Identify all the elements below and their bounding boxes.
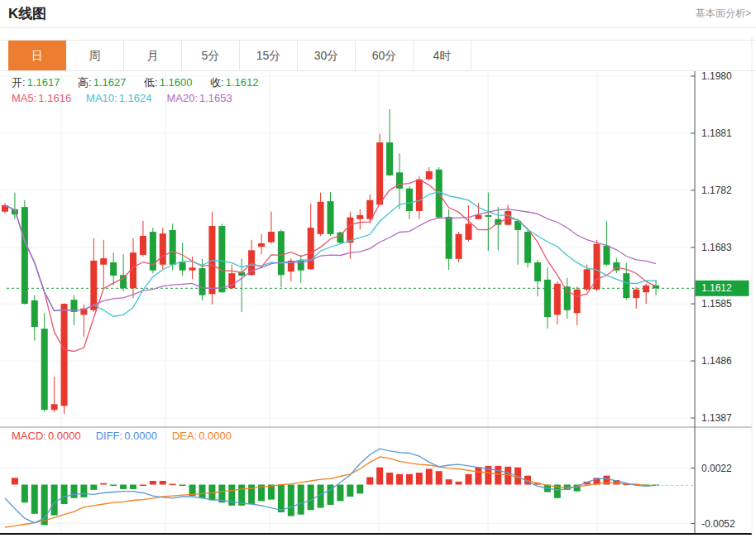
candle-body	[61, 304, 68, 406]
candle-body	[140, 236, 146, 255]
axis-label: 1.1585	[701, 298, 732, 310]
candle-body	[170, 230, 176, 265]
macd-bar	[436, 471, 443, 484]
candle-body	[179, 262, 186, 271]
candle-body	[356, 215, 363, 219]
candle-body	[100, 258, 107, 265]
macd-bar	[160, 481, 166, 485]
macd-bar	[475, 468, 481, 485]
macd-bar	[51, 485, 58, 516]
macd-bar	[495, 466, 501, 485]
candle-body	[376, 142, 383, 204]
candle-body	[554, 284, 561, 315]
candle-body	[406, 189, 413, 211]
macd-bar	[268, 485, 275, 500]
macd-bar	[90, 485, 97, 490]
macd-bar	[416, 473, 423, 484]
macd-bar	[70, 485, 77, 498]
axis-label: -0.0052	[701, 518, 735, 530]
macd-bar	[140, 485, 146, 487]
candle-body	[416, 180, 423, 211]
candle-body	[446, 217, 452, 259]
axis-label: 1.1387	[701, 412, 732, 424]
axis-label: 1.1980	[701, 70, 732, 82]
candle-body	[41, 329, 48, 410]
candle-body	[574, 290, 581, 314]
macd-bar	[347, 485, 353, 497]
candle-body	[426, 171, 433, 180]
macd-bar	[366, 477, 373, 484]
macd-bar	[22, 485, 28, 503]
macd-bar	[396, 474, 403, 485]
macd-bar	[446, 479, 452, 484]
candle-body	[328, 201, 334, 234]
macd-bar	[120, 485, 127, 489]
candle-body	[485, 215, 491, 217]
kline-chart[interactable]: 1.19801.18811.17821.16831.15851.14861.13…	[0, 0, 756, 538]
candle-body	[120, 275, 127, 288]
candle-body	[584, 269, 591, 289]
macd-bar	[456, 482, 462, 485]
macd-bar	[356, 485, 363, 494]
candle-body	[189, 267, 196, 270]
macd-bar	[150, 481, 156, 485]
candle-body	[337, 233, 343, 243]
candle-body	[347, 218, 353, 243]
candle-body	[544, 280, 551, 317]
candle-body	[633, 290, 639, 298]
macd-bar	[31, 485, 38, 514]
macd-bar	[199, 485, 206, 498]
candle-body	[465, 223, 471, 240]
candle-body	[524, 232, 531, 263]
candle-body	[278, 231, 285, 275]
kline-widget: K线图 基本面分析> 日周月5分15分30分60分4时 1.19801.1881…	[0, 0, 756, 538]
candle-body	[218, 226, 225, 292]
candle-body	[623, 273, 629, 298]
candle-body	[603, 246, 610, 265]
candle-body	[268, 232, 275, 243]
candle-body	[110, 262, 117, 276]
candle-body	[366, 200, 373, 219]
axis-label: 1.1683	[701, 242, 732, 253]
candle-body	[386, 142, 393, 175]
candle-body	[534, 262, 541, 281]
candle-body	[22, 207, 28, 304]
macd-bar	[406, 474, 413, 485]
axis-label: 1.1486	[701, 355, 732, 367]
macd-bar	[308, 485, 314, 511]
candle-body	[318, 202, 324, 234]
candle-body	[475, 215, 481, 219]
candle-body	[258, 243, 265, 247]
macd-bar	[298, 485, 304, 515]
macd-bar	[426, 468, 433, 484]
candle-body	[51, 404, 58, 410]
candle-body	[31, 300, 38, 327]
macd-bar	[80, 485, 87, 497]
macd-bar	[288, 485, 294, 516]
macd-bar	[130, 485, 136, 489]
candle-body	[90, 261, 97, 310]
macd-bar	[386, 473, 393, 484]
candle-body	[308, 228, 314, 269]
axis-label: 1.1782	[701, 185, 732, 196]
candle-body	[643, 286, 649, 292]
macd-bar	[12, 478, 18, 484]
macd-bar	[61, 485, 68, 505]
macd-bar	[179, 485, 186, 487]
macd-bar	[337, 485, 343, 502]
macd-bar	[278, 485, 285, 512]
macd-bar	[110, 485, 117, 487]
candle-body	[456, 234, 462, 259]
current-price-badge-label: 1.1612	[701, 282, 732, 294]
macd-bar	[100, 483, 107, 485]
macd-bar	[170, 484, 176, 486]
candle-body	[199, 268, 206, 295]
candle-body	[160, 233, 166, 265]
axis-label: 1.1881	[701, 127, 732, 139]
macd-bar	[465, 474, 471, 485]
axis-label: 0.0022	[701, 463, 732, 474]
macd-bar	[376, 468, 383, 485]
